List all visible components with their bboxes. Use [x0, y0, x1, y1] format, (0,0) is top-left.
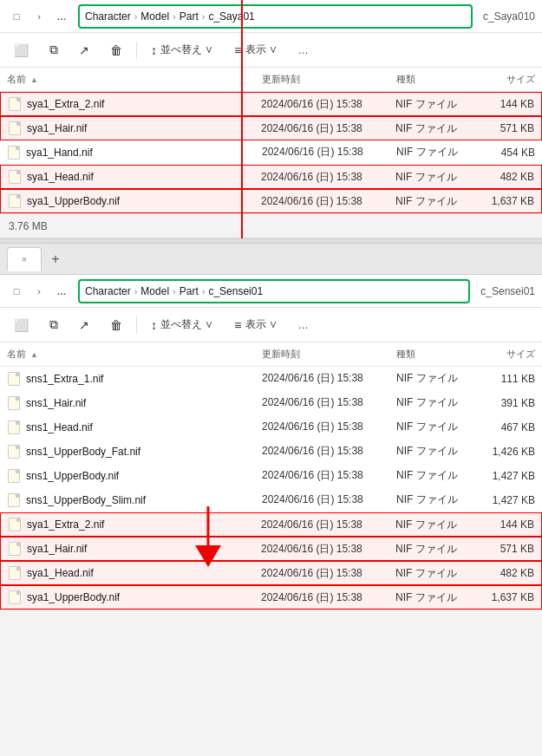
col-name-header-1[interactable]: 名前 ▲ [7, 73, 262, 86]
copy-icon-2: ⧉ [49, 317, 58, 332]
toolbar-sep-2 [136, 316, 137, 334]
file-type: NIF ファイル [395, 97, 473, 112]
breadcrumb-sep-1: › [134, 11, 138, 22]
sort-arrow-2: ▲ [30, 350, 38, 359]
file-type: NIF ファイル [396, 492, 474, 507]
col-header-2: 名前 ▲ 更新時刻 種類 サイズ [0, 342, 542, 367]
breadcrumb-1: Character › Model › Part › c_Saya01 [78, 4, 473, 29]
table-row[interactable]: sya1_Extra_2.nif 2024/06/16 (日) 15:38 NI… [0, 92, 542, 116]
sort-arrow-1: ▲ [30, 75, 38, 84]
table-row[interactable]: sns1_UpperBody_Fat.nif 2024/06/16 (日) 15… [0, 440, 542, 464]
col-type-header-1[interactable]: 種類 [396, 73, 474, 86]
view-icon-2: ≡ [234, 318, 241, 332]
table-row[interactable]: sya1_UpperBody.nif 2024/06/16 (日) 15:38 … [0, 189, 542, 213]
breadcrumb-2: Character › Model › Part › c_Sensei01 [78, 279, 470, 303]
nav-forward-btn-2[interactable]: › [29, 282, 49, 301]
file-name: sns1_Head.nif [26, 421, 262, 433]
tab-close-icon[interactable]: × [18, 253, 30, 265]
file-icon [7, 396, 21, 410]
table-row[interactable]: sns1_UpperBody.nif 2024/06/16 (日) 15:38 … [0, 464, 542, 488]
nif-file-icon [8, 396, 20, 410]
delete-button-2[interactable]: 🗑 [103, 315, 129, 336]
file-type: NIF ファイル [396, 145, 474, 160]
tab-active-2[interactable]: × [7, 247, 42, 271]
col-size-header-1[interactable]: サイズ [474, 73, 535, 86]
table-row[interactable]: sya1_Hair.nif 2024/06/16 (日) 15:38 NIF フ… [0, 116, 542, 140]
col-size-header-2[interactable]: サイズ [474, 348, 535, 361]
breadcrumb-part-2[interactable]: Part [180, 285, 199, 297]
share-button-2[interactable]: ↗ [72, 315, 96, 336]
view-button-1[interactable]: ≡ 表示 ∨ [227, 39, 284, 61]
file-type: NIF ファイル [396, 444, 474, 459]
nav-square-btn-2[interactable]: □ [7, 282, 26, 301]
file-name: sns1_UpperBody.nif [26, 470, 262, 482]
file-size: 482 KB [473, 171, 534, 183]
col-type-header-2[interactable]: 種類 [396, 348, 474, 361]
file-list-2: sns1_Extra_1.nif 2024/06/16 (日) 15:38 NI… [0, 367, 542, 609]
toolbar-2: ⬜ ⧉ ↗ 🗑 ↕ 並べ替え ∨ ≡ 表示 ∨ … [0, 308, 542, 342]
sort-icon-2: ↕ [151, 318, 157, 332]
col-date-header-1[interactable]: 更新時刻 [262, 73, 396, 86]
file-name: sya1_Head.nif [27, 567, 261, 579]
breadcrumb-part[interactable]: Part [180, 10, 199, 23]
file-name: sya1_Head.nif [27, 171, 261, 183]
nav-forward-btn[interactable]: › [29, 7, 49, 26]
sort-button-1[interactable]: ↕ 並べ替え ∨ [144, 39, 220, 61]
file-date: 2024/06/16 (日) 15:38 [261, 170, 395, 185]
copy-button-1[interactable]: ⧉ [42, 39, 65, 61]
breadcrumb-folder[interactable]: c_Saya01 [208, 10, 254, 23]
breadcrumb-model-2[interactable]: Model [140, 285, 169, 297]
view-label-2: 表示 ∨ [245, 317, 278, 332]
file-icon [8, 194, 22, 208]
table-row[interactable]: sns1_Hair.nif 2024/06/16 (日) 15:38 NIF フ… [0, 391, 542, 415]
file-size: 391 KB [474, 397, 535, 409]
file-list-1: sya1_Extra_2.nif 2024/06/16 (日) 15:38 NI… [0, 92, 542, 213]
sort-button-2[interactable]: ↕ 並べ替え ∨ [144, 314, 220, 336]
nav-overflow-btn[interactable]: … [52, 7, 71, 26]
table-row[interactable]: sya1_Head.nif 2024/06/16 (日) 15:38 NIF フ… [0, 165, 542, 189]
file-size: 571 KB [473, 543, 534, 555]
file-type: NIF ファイル [395, 170, 473, 185]
file-name: sns1_Extra_1.nif [26, 373, 262, 385]
file-date: 2024/06/16 (日) 15:38 [261, 194, 395, 209]
breadcrumb-model[interactable]: Model [140, 10, 169, 23]
table-row[interactable]: sns1_UpperBody_Slim.nif 2024/06/16 (日) 1… [0, 488, 542, 512]
file-type: NIF ファイル [395, 194, 473, 209]
table-row[interactable]: sns1_Extra_1.nif 2024/06/16 (日) 15:38 NI… [0, 367, 542, 391]
file-date: 2024/06/16 (日) 15:38 [262, 468, 396, 483]
table-row[interactable]: sns1_Head.nif 2024/06/16 (日) 15:38 NIF フ… [0, 415, 542, 440]
more-button-2[interactable]: … [291, 316, 316, 335]
file-size: 1,427 KB [474, 470, 535, 482]
table-row[interactable]: sya1_Hand.nif 2024/06/16 (日) 15:38 NIF フ… [0, 140, 542, 165]
file-name: sns1_UpperBody_Slim.nif [26, 494, 262, 506]
col-name-header-2[interactable]: 名前 ▲ [7, 348, 262, 361]
copy-button-2[interactable]: ⧉ [42, 314, 65, 336]
file-icon [7, 493, 21, 507]
new-button-1[interactable]: ⬜ [7, 40, 36, 61]
new-button-2[interactable]: ⬜ [7, 315, 36, 336]
new-icon-2: ⬜ [14, 318, 29, 332]
file-icon [7, 469, 21, 483]
file-type: NIF ファイル [395, 566, 473, 581]
delete-button-1[interactable]: 🗑 [103, 40, 129, 61]
file-size: 482 KB [473, 567, 534, 579]
table-row[interactable]: sya1_Extra_2.nif 2024/06/16 (日) 15:38 NI… [0, 512, 542, 537]
nav-overflow-btn-2[interactable]: … [52, 282, 71, 301]
table-row[interactable]: sya1_Head.nif 2024/06/16 (日) 15:38 NIF フ… [0, 561, 542, 585]
nav-square-btn[interactable]: □ [7, 7, 26, 26]
view-button-2[interactable]: ≡ 表示 ∨ [227, 314, 284, 336]
more-button-1[interactable]: … [291, 41, 316, 60]
nif-file-icon [9, 170, 21, 184]
file-icon [8, 97, 22, 111]
status-text-1: 3.76 MB [9, 220, 48, 232]
breadcrumb-folder-2[interactable]: c_Sensei01 [208, 285, 263, 297]
breadcrumb-character[interactable]: Character [85, 10, 131, 23]
tab-add-button[interactable]: + [45, 249, 66, 270]
share-button-1[interactable]: ↗ [72, 40, 96, 61]
table-row[interactable]: sya1_Hair.nif 2024/06/16 (日) 15:38 NIF フ… [0, 537, 542, 561]
col-date-header-2[interactable]: 更新時刻 [262, 348, 396, 361]
view-label-1: 表示 ∨ [245, 42, 278, 57]
sort-icon: ↕ [151, 43, 157, 57]
table-row[interactable]: sya1_UpperBody.nif 2024/06/16 (日) 15:38 … [0, 585, 542, 609]
breadcrumb-character-2[interactable]: Character [85, 285, 131, 297]
